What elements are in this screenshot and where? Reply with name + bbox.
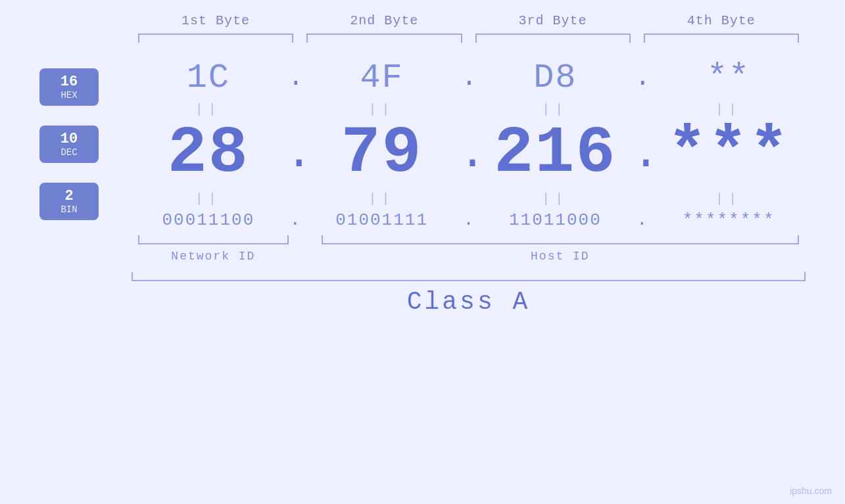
byte3-header: 3rd Byte bbox=[469, 13, 637, 28]
bin-val-1: 00011100 bbox=[162, 210, 254, 230]
dot-dec-2: . bbox=[459, 128, 479, 180]
hex-val-3: D8 bbox=[533, 58, 577, 97]
big-bottom-bracket bbox=[132, 272, 806, 281]
network-id-label: Network ID bbox=[132, 250, 295, 263]
dot-dec-1: . bbox=[285, 128, 305, 180]
hex-row: 1C . 4F . D8 . ** bbox=[132, 58, 806, 97]
hex-badge: 16 HEX bbox=[39, 68, 99, 106]
hex-cell-3: D8 bbox=[479, 58, 633, 97]
class-label: Class A bbox=[132, 288, 806, 316]
hex-val-4: ** bbox=[707, 58, 750, 97]
dot-hex-2: . bbox=[459, 63, 479, 93]
dot-hex-1: . bbox=[285, 63, 305, 93]
dec-label: DEC bbox=[46, 147, 92, 158]
byte1-header: 1st Byte bbox=[132, 13, 300, 28]
network-id-bracket-line bbox=[138, 235, 289, 244]
bin-val-2: 01001111 bbox=[335, 210, 428, 230]
network-id-bracket bbox=[132, 235, 295, 247]
dot-bin-2: . bbox=[459, 210, 479, 230]
eq2-2: || bbox=[305, 191, 459, 206]
dec-val-3: 216 bbox=[494, 116, 616, 191]
eq2-3: || bbox=[479, 191, 633, 206]
host-id-bracket bbox=[315, 235, 806, 247]
top-bracket-3 bbox=[469, 34, 637, 45]
eq1-3: || bbox=[479, 102, 633, 117]
hex-val-1: 1C bbox=[187, 58, 230, 97]
dec-val-4: *** bbox=[667, 116, 790, 191]
dec-val-1: 28 bbox=[168, 116, 249, 191]
bottom-section: Network ID Host ID Class A bbox=[39, 235, 806, 316]
host-id-bracket-line bbox=[322, 235, 799, 244]
dec-badge: 10 DEC bbox=[39, 126, 99, 163]
bin-row: 00011100 . 01001111 . 11011000 . *******… bbox=[132, 210, 806, 230]
bin-cell-2: 01001111 bbox=[305, 210, 459, 230]
eq2-4: || bbox=[652, 191, 806, 206]
top-bracket-2 bbox=[300, 34, 468, 45]
bin-cell-1: 00011100 bbox=[132, 210, 285, 230]
bracket-top-2 bbox=[306, 34, 462, 43]
main-container: 1st Byte 2nd Byte 3rd Byte 4th Byte 16 H… bbox=[0, 0, 845, 504]
hex-label: HEX bbox=[46, 90, 92, 101]
bracket-top-3 bbox=[475, 34, 631, 43]
hex-cell-4: ** bbox=[652, 58, 806, 97]
dec-cell-2: 79 bbox=[305, 121, 459, 187]
attribution: ipshu.com bbox=[790, 486, 832, 496]
top-bracket-1 bbox=[132, 34, 300, 45]
bin-cell-4: ******** bbox=[652, 210, 806, 230]
hex-cell-1: 1C bbox=[132, 58, 285, 97]
bottom-brackets-row bbox=[132, 235, 806, 247]
bracket-top-1 bbox=[138, 34, 293, 43]
byte2-header: 2nd Byte bbox=[300, 13, 468, 28]
dot-bin-3: . bbox=[632, 210, 652, 230]
dec-cell-3: 216 bbox=[479, 121, 633, 187]
dec-row: 28 . 79 . 216 . *** bbox=[132, 121, 806, 187]
byte4-header: 4th Byte bbox=[637, 13, 806, 28]
base-labels: 16 HEX 10 DEC 2 BIN bbox=[39, 68, 118, 220]
dot-bin-1: . bbox=[285, 210, 305, 230]
bin-label: BIN bbox=[46, 204, 92, 215]
bin-cell-3: 11011000 bbox=[479, 210, 633, 230]
bracket-top-4 bbox=[644, 34, 799, 43]
dec-cell-1: 28 bbox=[132, 121, 285, 187]
eq1-1: || bbox=[132, 102, 285, 117]
top-brackets-row bbox=[39, 34, 806, 45]
dot-dec-3: . bbox=[632, 128, 652, 180]
eq1-4: || bbox=[652, 102, 806, 117]
byte-headers-row: 1st Byte 2nd Byte 3rd Byte 4th Byte bbox=[39, 13, 806, 28]
host-id-label: Host ID bbox=[315, 250, 806, 263]
bin-val-3: 11011000 bbox=[509, 210, 602, 230]
hex-val-2: 4F bbox=[360, 58, 403, 97]
top-bracket-4 bbox=[637, 34, 806, 45]
dec-number: 10 bbox=[46, 131, 92, 147]
dec-cell-4: *** bbox=[652, 121, 806, 187]
hex-number: 16 bbox=[46, 74, 92, 90]
eq1-2: || bbox=[305, 102, 459, 117]
eq2-1: || bbox=[132, 191, 285, 206]
bin-number: 2 bbox=[46, 188, 92, 204]
main-grid: 16 HEX 10 DEC 2 BIN 1C . 4F bbox=[39, 58, 806, 230]
id-labels-row: Network ID Host ID bbox=[132, 250, 806, 263]
hex-cell-2: 4F bbox=[305, 58, 459, 97]
bin-badge: 2 BIN bbox=[39, 183, 99, 220]
values-grid: 1C . 4F . D8 . ** || || bbox=[132, 58, 806, 230]
dot-hex-3: . bbox=[632, 63, 652, 93]
dec-val-2: 79 bbox=[341, 116, 423, 191]
bin-val-4: ******** bbox=[683, 210, 775, 230]
